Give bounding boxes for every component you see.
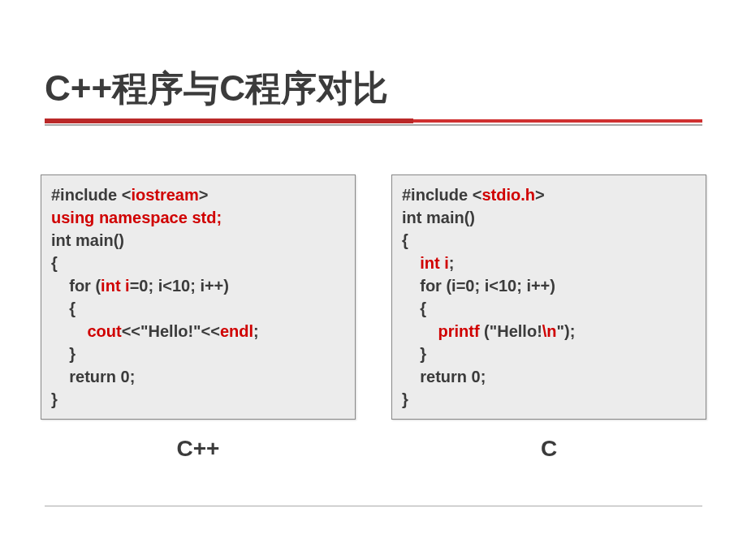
code-box-c: #include <stdio.h> int main() { int i; f… [391, 174, 706, 420]
red-bar-accent [45, 118, 413, 123]
label-c: C [541, 436, 557, 462]
column-cpp: #include <iostream> using namespace std;… [41, 174, 356, 462]
slide: C++程序与C程序对比 #include <iostream> using na… [0, 0, 747, 560]
label-cpp: C++ [177, 436, 220, 462]
slide-title: C++程序与C程序对比 [45, 65, 702, 113]
grey-line [45, 124, 702, 126]
title-area: C++程序与C程序对比 [0, 0, 747, 113]
content-row: #include <iostream> using namespace std;… [0, 126, 747, 462]
column-c: #include <stdio.h> int main() { int i; f… [391, 174, 706, 462]
code-c: #include <stdio.h> int main() { int i; f… [402, 183, 696, 411]
title-underline [45, 119, 702, 126]
code-cpp: #include <iostream> using namespace std;… [51, 183, 345, 411]
code-box-cpp: #include <iostream> using namespace std;… [41, 174, 356, 420]
footer-divider [45, 506, 702, 506]
